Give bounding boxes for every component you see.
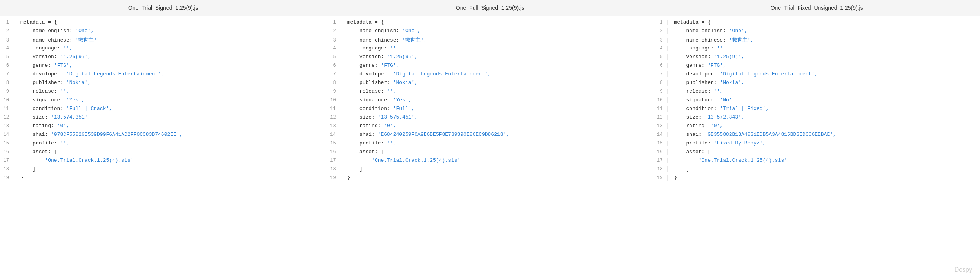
line-number: 19 [0, 175, 14, 181]
line-content: sha1: 'E684240259F0A9E6BE5F8E789390E86EC… [341, 132, 509, 137]
line-content: sha1: '078CF55026E539D99F6A41AD2FF0CC83D… [14, 132, 182, 137]
code-string: '0B355882B1BA4031EDB5A3A4815BD3ED666EEBA… [704, 132, 836, 137]
code-keyword: devoloper: [674, 71, 720, 77]
line-content: release: '', [341, 88, 396, 94]
header-file-1: One_Trial_Signed_1.25(9).js [0, 0, 327, 16]
code-keyword: name_chinese: [20, 37, 75, 43]
line-content: genre: 'FTG', [341, 62, 399, 68]
code-line: 16 asset: [ [0, 149, 327, 157]
code-line: 12 size: '13,574,351', [0, 114, 327, 123]
code-string: '', [714, 88, 723, 94]
line-number: 8 [327, 80, 341, 86]
code-keyword: rating: [347, 123, 384, 129]
code-string: 'One', [729, 28, 748, 34]
line-content: profile: 'Fixed By BodyZ', [668, 140, 766, 146]
line-number: 14 [653, 132, 668, 137]
code-string: '1.25(9)', [387, 54, 417, 60]
line-content: asset: [ [341, 149, 384, 155]
code-keyword: name_english: [674, 28, 729, 34]
code-line: 14 sha1: '0B355882B1BA4031EDB5A3A4815BD3… [653, 132, 980, 140]
code-string: '13,574,351', [51, 114, 91, 120]
line-content: devoloper: 'Digital Legends Entertainmen… [14, 71, 164, 77]
line-number: 6 [327, 63, 341, 68]
code-string: '', [60, 140, 69, 146]
code-line: 19} [327, 175, 653, 183]
code-string: '078CF55026E539D99F6A41AD2FF0CC83D74602E… [51, 132, 182, 137]
code-keyword: profile: [674, 140, 713, 146]
code-string: '救世主', [729, 37, 753, 43]
code-string: 'Nokia', [720, 80, 744, 86]
line-content: 'One.Trial.Crack.1.25(4).sis' [14, 157, 134, 163]
code-line: 10 signature: 'No', [653, 97, 980, 106]
line-number: 7 [0, 71, 14, 77]
code-keyword: genre: [20, 62, 54, 68]
header-row: One_Trial_Signed_1.25(9).js One_Full_Sig… [0, 0, 980, 16]
code-string: 'One', [75, 28, 94, 34]
line-number: 4 [0, 46, 14, 51]
line-content: devoloper: 'Digital Legends Entertainmen… [668, 71, 818, 77]
line-number: 15 [653, 141, 668, 146]
line-number: 16 [653, 149, 668, 155]
panels: 1metadata = {2 name_english: 'One',3 nam… [0, 16, 980, 278]
line-content: condition: 'Trial | Fixed', [668, 106, 769, 112]
line-number: 16 [327, 149, 341, 155]
line-content: signature: 'Yes', [341, 97, 412, 103]
code-string: '1.25(9)', [60, 54, 91, 60]
line-content: condition: 'Full', [341, 106, 415, 112]
line-content: } [341, 175, 350, 181]
code-keyword: name_english: [20, 28, 75, 34]
line-number: 18 [653, 166, 668, 172]
code-line: 10 signature: 'Yes', [327, 97, 653, 106]
code-keyword: sha1: [347, 132, 378, 137]
line-number: 3 [653, 38, 668, 43]
code-keyword: release: [674, 88, 713, 94]
code-string: 'Trial | Fixed', [720, 106, 769, 112]
code-keyword: profile: [347, 140, 387, 146]
code-line: 17 'One.Trial.Crack.1.25(4).sis' [653, 157, 980, 166]
code-line: 16 asset: [ [653, 149, 980, 157]
code-line: 1metadata = { [653, 19, 980, 28]
code-line: 2 name_english: 'One', [653, 28, 980, 37]
line-number: 17 [327, 158, 341, 163]
code-string: 'No', [720, 97, 735, 103]
code-string: 'E684240259F0A9E6BE5F8E789390E86EC9D8621… [378, 132, 509, 137]
line-number: 1 [327, 20, 341, 25]
code-string: '13,572,843', [704, 114, 744, 120]
code-line: 6 genre: 'FTG', [653, 62, 980, 71]
line-number: 6 [0, 63, 14, 68]
header-file-3: One_Trial_Fixed_Unsigned_1.25(9).js [653, 0, 980, 16]
code-keyword: name_english: [347, 28, 402, 34]
line-content: rating: '0', [14, 123, 69, 129]
code-line: 11 condition: 'Full | Crack', [0, 106, 327, 114]
line-number: 15 [327, 141, 341, 146]
line-number: 6 [653, 63, 668, 68]
code-string: 'Fixed By BodyZ', [714, 140, 766, 146]
line-content: rating: '0', [668, 123, 723, 129]
code-keyword [674, 157, 698, 163]
code-string: '1.25(9)', [714, 54, 744, 60]
code-string: '', [60, 88, 69, 94]
line-number: 12 [653, 115, 668, 120]
code-string: '', [387, 88, 396, 94]
line-content: language: '', [14, 45, 73, 51]
code-panel-2: 1metadata = {2 name_english: 'One',3 nam… [327, 16, 654, 278]
code-string: 'FTG', [708, 62, 726, 68]
code-keyword: language: [347, 45, 390, 51]
code-line: 14 sha1: 'E684240259F0A9E6BE5F8E789390E8… [327, 132, 653, 140]
line-content: name_english: 'One', [341, 28, 421, 34]
code-keyword: genre: [347, 62, 381, 68]
line-number: 9 [653, 89, 668, 94]
code-line: 8 publisher: 'Nokia', [327, 80, 653, 88]
code-keyword: language: [20, 45, 63, 51]
code-line: 13 rating: '0', [653, 123, 980, 132]
code-line: 13 rating: '0', [327, 123, 653, 132]
code-line: 9 release: '', [0, 88, 327, 97]
code-string: 'Yes', [393, 97, 412, 103]
line-number: 9 [327, 89, 341, 94]
code-keyword: size: [674, 114, 704, 120]
page-wrapper: One_Trial_Signed_1.25(9).js One_Full_Sig… [0, 0, 980, 278]
line-number: 4 [327, 46, 341, 51]
line-content: ] [14, 166, 36, 172]
line-number: 8 [0, 80, 14, 86]
line-content: language: '', [668, 45, 726, 51]
